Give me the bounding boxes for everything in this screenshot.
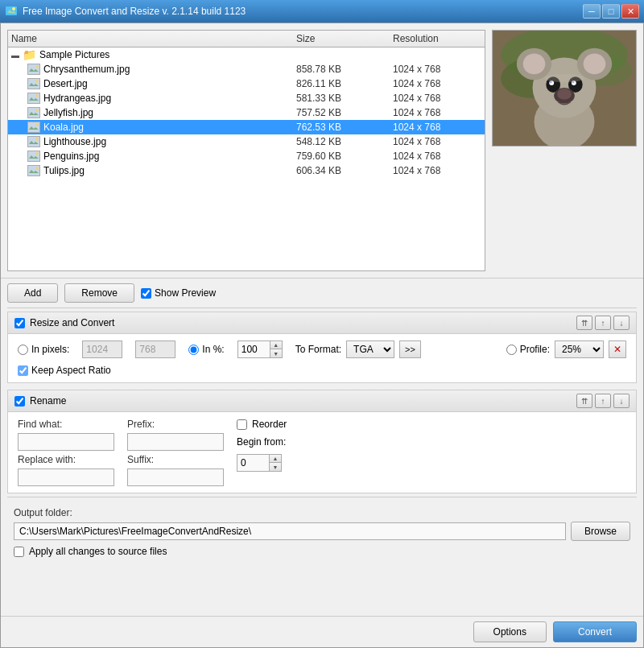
- options-button[interactable]: Options: [473, 621, 547, 642]
- resize-enabled-checkbox[interactable]: [14, 318, 25, 328]
- svg-point-2: [12, 7, 15, 10]
- percent-down-arrow[interactable]: ▼: [270, 349, 282, 357]
- file-resolution: 1024 x 768: [393, 151, 481, 162]
- file-list-container: Name Size Resolution ▬ 📁 Sample Pictures…: [7, 30, 485, 271]
- file-row[interactable]: Chrysanthemum.jpg858.78 KB1024 x 768: [8, 62, 485, 76]
- prefix-input[interactable]: [127, 433, 224, 451]
- file-row[interactable]: Lighthouse.jpg548.12 KB1024 x 768: [8, 134, 485, 149]
- remove-button[interactable]: Remove: [64, 283, 134, 303]
- rename-enabled-checkbox[interactable]: [14, 396, 25, 407]
- percent-up-arrow[interactable]: ▲: [270, 341, 282, 349]
- file-name: Lighthouse.jpg: [43, 136, 106, 147]
- format-arrow-button[interactable]: >>: [399, 341, 421, 358]
- show-preview-checkbox[interactable]: [141, 288, 151, 299]
- resize-nav-top[interactable]: ⇈: [576, 316, 592, 330]
- browse-button[interactable]: Browse: [571, 522, 630, 541]
- file-row[interactable]: Penguins.jpg759.60 KB1024 x 768: [8, 149, 485, 163]
- rename-nav-top[interactable]: ⇈: [576, 394, 592, 408]
- rename-nav-down[interactable]: ↓: [613, 394, 630, 408]
- file-row[interactable]: Tulips.jpg606.34 KB1024 x 768: [8, 163, 485, 178]
- file-thumbnail: [27, 122, 40, 133]
- begin-from-up[interactable]: ▲: [270, 455, 281, 463]
- resize-title: Resize and Convert: [14, 317, 114, 328]
- find-what-input[interactable]: [18, 433, 114, 451]
- file-thumbnail: [27, 93, 40, 104]
- suffix-input[interactable]: [127, 468, 224, 486]
- pixels-radio[interactable]: [18, 345, 28, 355]
- folder-icon: 📁: [23, 48, 36, 61]
- replace-with-input[interactable]: [18, 468, 114, 486]
- pixel-width-input[interactable]: [82, 341, 122, 358]
- file-thumbnail: [27, 107, 40, 118]
- file-resolution: 1024 x 768: [393, 122, 481, 133]
- prefix-suffix-col: Prefix: Suffix:: [127, 419, 224, 486]
- rename-nav-up[interactable]: ↑: [595, 394, 611, 408]
- svg-point-14: [35, 109, 39, 112]
- svg-point-45: [544, 74, 584, 82]
- file-resolution: 1024 x 768: [393, 64, 481, 75]
- begin-from-down[interactable]: ▼: [270, 463, 281, 471]
- percent-radio-label[interactable]: In %:: [188, 344, 224, 355]
- maximize-button[interactable]: □: [602, 4, 620, 19]
- begin-from-input[interactable]: [237, 454, 269, 472]
- file-thumbnail: [27, 136, 40, 147]
- file-name: Hydrangeas.jpg: [43, 93, 111, 104]
- format-select[interactable]: TGA JPG PNG BMP: [346, 341, 394, 358]
- output-path-row: Browse: [14, 522, 630, 541]
- rename-section-header: Rename ⇈ ↑ ↓: [8, 390, 636, 412]
- profile-radio-label[interactable]: Profile:: [506, 344, 550, 355]
- window-title: Free Image Convert and Resize v. 2.1.14 …: [23, 6, 246, 17]
- file-resolution: 1024 x 768: [393, 93, 481, 104]
- col-size-header: Size: [296, 33, 393, 44]
- rename-section: Rename ⇈ ↑ ↓ Find what: Replace with: Pr…: [7, 390, 637, 493]
- reorder-row: Reorder: [237, 419, 287, 430]
- add-button[interactable]: Add: [7, 283, 58, 303]
- resize-nav-down[interactable]: ↓: [613, 316, 630, 330]
- file-name: Jellyfish.jpg: [43, 107, 93, 118]
- resize-controls-row: In pixels: In %: ▲ ▼: [18, 341, 626, 358]
- pixels-radio-label[interactable]: In pixels:: [18, 344, 69, 355]
- svg-point-23: [35, 152, 39, 155]
- reorder-checkbox[interactable]: [237, 419, 247, 430]
- svg-rect-0: [6, 6, 17, 15]
- collapse-icon[interactable]: ▬: [11, 51, 19, 60]
- file-list-body: ▬ 📁 Sample Pictures Chrysanthemum.jpg858…: [8, 47, 485, 178]
- minimize-button[interactable]: ─: [583, 4, 601, 19]
- svg-point-8: [35, 80, 39, 83]
- resize-section-header: Resize and Convert ⇈ ↑ ↓: [8, 312, 636, 334]
- keep-aspect-checkbox[interactable]: [18, 365, 28, 376]
- percent-arrows: ▲ ▼: [270, 341, 283, 358]
- percent-radio[interactable]: [188, 345, 199, 355]
- file-size: 581.33 KB: [296, 93, 393, 104]
- profile-radio[interactable]: [506, 345, 517, 355]
- separator-2: [7, 497, 637, 497]
- find-what-label: Find what:: [18, 419, 114, 430]
- file-size: 548.12 KB: [296, 136, 393, 147]
- file-size: 762.53 KB: [296, 122, 393, 133]
- file-row[interactable]: Desert.jpg826.11 KB1024 x 768: [8, 76, 485, 91]
- profile-clear-button[interactable]: ✕: [609, 341, 626, 358]
- show-preview-label[interactable]: Show Preview: [141, 287, 216, 299]
- main-window: Name Size Resolution ▬ 📁 Sample Pictures…: [0, 23, 644, 648]
- percent-input[interactable]: [237, 341, 270, 358]
- prefix-label: Prefix:: [127, 419, 224, 430]
- window-controls: ─ □ ✕: [583, 4, 639, 19]
- svg-point-5: [35, 65, 39, 68]
- rename-content: Find what: Replace with: Prefix: Suffix:: [8, 412, 636, 493]
- replace-with-label: Replace with:: [18, 454, 114, 465]
- file-resolution: 1024 x 768: [393, 165, 481, 176]
- file-row[interactable]: Jellyfish.jpg757.52 KB1024 x 768: [8, 105, 485, 120]
- output-path-input[interactable]: [14, 522, 566, 540]
- file-buttons-bar: Add Remove Show Preview: [1, 278, 643, 307]
- convert-button[interactable]: Convert: [553, 621, 637, 642]
- apply-changes-checkbox[interactable]: [14, 547, 24, 557]
- file-row[interactable]: Koala.jpg762.53 KB1024 x 768: [8, 120, 485, 134]
- profile-select[interactable]: 25% 50% 75% 100%: [555, 341, 604, 358]
- file-row[interactable]: Hydrangeas.jpg581.33 KB1024 x 768: [8, 91, 485, 105]
- pixel-height-input[interactable]: [135, 341, 175, 358]
- folder-row[interactable]: ▬ 📁 Sample Pictures: [8, 47, 485, 62]
- folder-name: Sample Pictures: [39, 49, 109, 60]
- resize-nav-up[interactable]: ↑: [595, 316, 611, 330]
- close-button[interactable]: ✕: [621, 4, 639, 19]
- apply-changes-label[interactable]: Apply all changes to source files: [14, 546, 630, 557]
